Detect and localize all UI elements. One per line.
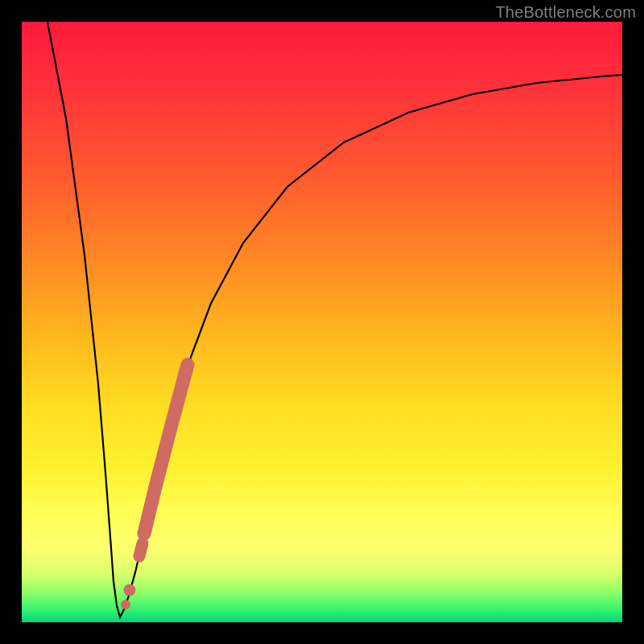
highlight-lower-dot2 [124, 584, 136, 597]
watermark-text: TheBottleneck.com [495, 3, 636, 22]
curve-path [46, 22, 622, 617]
highlight-lower-dot1 [139, 543, 142, 556]
chart-frame: TheBottleneck.com [0, 0, 644, 644]
highlight-upper [144, 365, 188, 534]
bottleneck-curve [22, 22, 622, 622]
plot-area [22, 22, 622, 622]
highlight-lower-dot3 [121, 600, 130, 609]
